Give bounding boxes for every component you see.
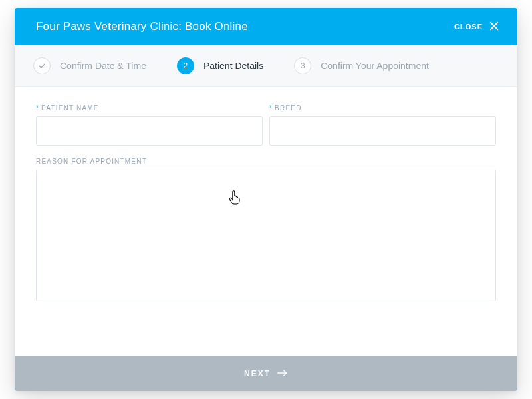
step-number: 3 [294, 57, 311, 74]
modal-title: Four Paws Veterinary Clinic: Book Online [36, 20, 248, 33]
next-button[interactable]: NEXT [15, 356, 517, 391]
close-icon [488, 20, 500, 33]
patient-name-input[interactable] [36, 116, 263, 146]
form-body: *PATIENT NAME *BREED REASON FOR APPOINTM… [15, 87, 517, 356]
modal-header: Four Paws Veterinary Clinic: Book Online… [15, 8, 517, 45]
required-marker: * [36, 104, 39, 112]
step-patient-details[interactable]: 2 Patient Details [177, 57, 263, 74]
close-button[interactable]: CLOSE [454, 20, 500, 33]
field-patient-name: *PATIENT NAME [36, 104, 263, 146]
breed-input[interactable] [269, 116, 496, 146]
reason-textarea[interactable] [36, 170, 496, 301]
step-label: Confirm Date & Time [60, 61, 146, 71]
step-label: Patient Details [203, 61, 263, 71]
field-label: REASON FOR APPOINTMENT [36, 158, 496, 165]
booking-modal: Four Paws Veterinary Clinic: Book Online… [15, 8, 517, 391]
required-marker: * [269, 104, 273, 112]
arrow-right-icon [277, 369, 288, 379]
step-number: 2 [177, 57, 194, 74]
next-label: NEXT [244, 369, 271, 378]
field-breed: *BREED [269, 104, 496, 146]
close-label: CLOSE [454, 23, 483, 31]
step-label: Confirm Your Appointment [321, 61, 429, 71]
field-reason: REASON FOR APPOINTMENT [36, 158, 496, 342]
stepper: Confirm Date & Time 2 Patient Details 3 … [15, 45, 517, 87]
step-confirm-date[interactable]: Confirm Date & Time [33, 57, 146, 74]
field-label: *PATIENT NAME [36, 104, 263, 112]
form-row: *PATIENT NAME *BREED [36, 104, 496, 146]
field-label: *BREED [269, 104, 496, 112]
check-icon [33, 57, 51, 74]
step-confirm-appointment[interactable]: 3 Confirm Your Appointment [294, 57, 429, 74]
